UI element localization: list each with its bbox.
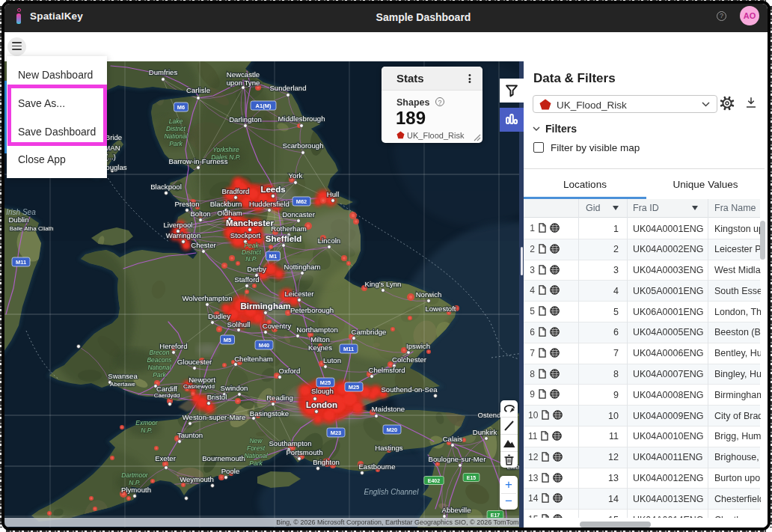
- svg-text:Liverpool: Liverpool: [164, 221, 193, 229]
- svg-text:Coventry: Coventry: [263, 322, 292, 330]
- svg-text:Preston: Preston: [174, 200, 199, 208]
- svg-text:Birmingham: Birmingham: [240, 302, 290, 311]
- svg-text:(...): (...): [105, 153, 116, 161]
- svg-text:Blackpool: Blackpool: [150, 183, 182, 191]
- svg-text:Caerdydd: Caerdydd: [154, 392, 180, 399]
- svg-text:Solihull: Solihull: [227, 320, 251, 328]
- svg-text:E402: E402: [428, 478, 440, 483]
- svg-text:Abertawe: Abertawe: [110, 381, 135, 388]
- svg-text:Leeds: Leeds: [260, 185, 285, 194]
- svg-text:Hull: Hull: [327, 190, 340, 198]
- svg-text:Beacons: Beacons: [147, 356, 172, 364]
- svg-text:upon Tyne: upon Tyne: [227, 79, 260, 87]
- svg-text:Luton: Luton: [323, 356, 341, 364]
- svg-text:Dales N.P.: Dales N.P.: [211, 153, 241, 161]
- svg-text:Swansea: Swansea: [108, 372, 138, 380]
- svg-text:Brecon: Brecon: [150, 349, 170, 356]
- svg-text:Blackburn: Blackburn: [210, 200, 242, 208]
- svg-text:Scarborough: Scarborough: [283, 141, 324, 150]
- svg-text:Sunderland: Sunderland: [269, 84, 306, 92]
- svg-text:M5: M5: [224, 337, 231, 343]
- svg-text:Stockport: Stockport: [230, 231, 261, 239]
- svg-text:New: New: [249, 437, 263, 444]
- svg-text:Exeter: Exeter: [155, 454, 177, 462]
- svg-text:Hastings: Hastings: [375, 444, 403, 452]
- svg-text:Portsmouth: Portsmouth: [286, 448, 322, 456]
- svg-text:London: London: [306, 400, 337, 409]
- svg-text:Dartmoor: Dartmoor: [121, 471, 149, 479]
- svg-text:Casnewydd: Casnewydd: [183, 383, 215, 390]
- svg-text:Keynes: Keynes: [308, 343, 332, 352]
- svg-text:Southend-on-Sea: Southend-on-Sea: [381, 385, 438, 394]
- svg-text:Rotherham: Rotherham: [271, 224, 306, 233]
- svg-text:Irish Sea: Irish Sea: [6, 208, 36, 216]
- svg-text:M23: M23: [331, 429, 342, 436]
- svg-text:Derby: Derby: [247, 265, 266, 273]
- svg-text:Reading: Reading: [266, 394, 293, 402]
- svg-text:Basingstoke: Basingstoke: [250, 409, 289, 418]
- svg-text:Lincoln: Lincoln: [318, 236, 340, 245]
- svg-text:Huddersfield: Huddersfield: [249, 200, 290, 208]
- svg-text:Swindon: Swindon: [221, 384, 248, 392]
- svg-text:Warrington: Warrington: [166, 231, 201, 239]
- svg-text:E15: E15: [467, 475, 477, 480]
- svg-text:Newcastle: Newcastle: [227, 70, 260, 79]
- svg-text:Weston-super-Mare: Weston-super-Mare: [183, 413, 246, 421]
- svg-text:Poole: Poole: [221, 467, 240, 475]
- svg-text:Sheffield: Sheffield: [266, 234, 302, 243]
- svg-text:M25: M25: [349, 384, 360, 391]
- svg-text:N.P.: N.P.: [141, 426, 152, 434]
- svg-text:Chelmsford: Chelmsford: [368, 366, 405, 374]
- svg-text:Leicester: Leicester: [285, 290, 315, 298]
- svg-text:Doncaster: Doncaster: [282, 210, 316, 218]
- svg-text:Dumfries: Dumfries: [149, 68, 178, 76]
- svg-text:Lowestoft: Lowestoft: [425, 305, 456, 313]
- svg-text:E17: E17: [491, 513, 500, 518]
- svg-text:Yorkshire: Yorkshire: [212, 146, 239, 153]
- svg-text:Colchester: Colchester: [392, 355, 427, 364]
- svg-text:Weymouth: Weymouth: [180, 475, 214, 483]
- svg-text:Oxford: Oxford: [279, 367, 301, 375]
- svg-text:Park: Park: [169, 140, 183, 147]
- svg-text:Slough: Slough: [311, 387, 334, 395]
- svg-text:Dudley: Dudley: [208, 312, 230, 320]
- svg-text:Peterborough: Peterborough: [290, 306, 334, 314]
- svg-text:Bournemouth: Bournemouth: [202, 454, 245, 462]
- svg-text:Manchester: Manchester: [226, 218, 274, 227]
- svg-text:Brighton: Brighton: [313, 458, 340, 466]
- svg-text:Cheltenham: Cheltenham: [234, 355, 273, 363]
- svg-text:Norwich: Norwich: [416, 290, 442, 299]
- svg-text:Gloucester: Gloucester: [177, 358, 212, 366]
- svg-text:Abbeville: Abbeville: [442, 506, 471, 514]
- svg-text:M25: M25: [320, 379, 331, 386]
- svg-text:N.P.: N.P.: [245, 255, 257, 263]
- svg-text:M11: M11: [16, 259, 26, 266]
- svg-text:Stafford: Stafford: [234, 275, 259, 284]
- svg-text:National: National: [244, 452, 268, 459]
- svg-text:Ostend: Ostend: [478, 411, 501, 419]
- svg-text:Chester: Chester: [191, 241, 216, 249]
- svg-text:Maidstone: Maidstone: [372, 405, 405, 413]
- svg-text:M20: M20: [387, 426, 398, 433]
- svg-text:A1(M): A1(M): [256, 103, 272, 109]
- svg-text:District: District: [166, 125, 186, 132]
- svg-text:Dunkirk: Dunkirk: [473, 428, 497, 436]
- svg-text:National: National: [147, 364, 171, 371]
- svg-text:M11: M11: [343, 346, 354, 352]
- svg-text:Eastbourne: Eastbourne: [358, 462, 395, 471]
- svg-text:Darlington: Darlington: [229, 115, 262, 123]
- svg-text:Dublin: Dublin: [8, 215, 28, 224]
- svg-text:Taunton: Taunton: [177, 431, 203, 439]
- svg-text:Ipswich: Ipswich: [406, 342, 430, 350]
- svg-text:Baile Atha Cliath: Baile Atha Cliath: [10, 225, 54, 232]
- svg-text:Nottingham: Nottingham: [284, 263, 320, 271]
- svg-text:English Channel: English Channel: [364, 488, 420, 496]
- svg-text:Middlesbrough: Middlesbrough: [278, 114, 325, 123]
- svg-text:Forest: Forest: [247, 444, 266, 452]
- svg-text:Park: Park: [153, 371, 166, 379]
- svg-text:Boulogne-sur-Mer: Boulogne-sur-Mer: [429, 455, 487, 463]
- svg-text:Park: Park: [249, 459, 263, 467]
- svg-text:Exmoor: Exmoor: [135, 419, 158, 426]
- svg-text:Wolverhampton: Wolverhampton: [182, 294, 232, 302]
- svg-text:Oldham: Oldham: [217, 209, 242, 217]
